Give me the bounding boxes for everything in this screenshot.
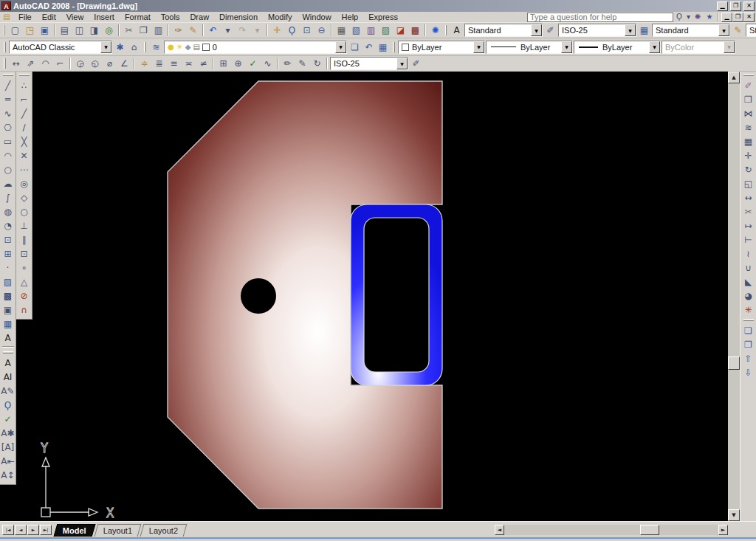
dimension-space-icon[interactable]: ≍ (182, 58, 196, 70)
plate-gradient-hatch[interactable] (168, 81, 442, 509)
restore-icon[interactable]: ❐ (730, 1, 741, 11)
close-icon[interactable]: ✕ (743, 1, 755, 11)
tab-layout1[interactable]: Layout1 (94, 524, 141, 537)
table-style-dropdown[interactable]: Standard ▼ (652, 24, 730, 37)
menu-view[interactable]: View (61, 13, 89, 21)
single-line-text-icon[interactable]: AI (1, 370, 15, 384)
ellipse-arc-icon[interactable]: ◔ (1, 218, 15, 232)
snap-to-intersection-icon[interactable]: ╳ (17, 134, 31, 148)
chevron-down-icon[interactable]: ▼ (531, 24, 542, 36)
doc-restore-icon[interactable]: ❐ (732, 13, 743, 22)
tab-model[interactable]: Model (54, 524, 96, 537)
3d-dwf-icon[interactable]: ◎ (102, 24, 116, 37)
toolbar-grip[interactable] (393, 42, 395, 52)
zoom-realtime-icon[interactable]: Ϙ (285, 24, 299, 37)
chevron-down-icon[interactable]: ▼ (335, 41, 346, 53)
menu-draw[interactable]: Draw (185, 13, 214, 21)
vertical-scrollbar[interactable]: ▲ ▼ (728, 72, 740, 521)
copy-icon[interactable]: ❐ (741, 92, 755, 106)
layer-dropdown[interactable]: ●☀◆▤ 0 ▼ (164, 41, 347, 54)
text-style-toolbar-icon[interactable]: A✱ (1, 426, 15, 440)
polygon-icon[interactable]: ⎔ (1, 120, 15, 134)
pan-realtime-icon[interactable]: ✛ (270, 24, 284, 37)
undo-icon[interactable]: ↶ (206, 24, 220, 37)
chevron-down-icon[interactable]: ▼ (718, 24, 729, 36)
multileader-style-icon[interactable]: ✎ (731, 24, 745, 37)
toolbar-grip[interactable] (4, 42, 6, 52)
spell-check-icon[interactable]: ✓ (1, 412, 15, 426)
arc-length-dimension-icon[interactable]: ◠ (38, 58, 52, 70)
scroll-up-icon[interactable]: ▲ (728, 72, 740, 83)
communication-center-icon[interactable]: ✺ (692, 13, 704, 22)
layer-properties-manager-icon[interactable]: ≋ (149, 41, 163, 53)
toolbar-grip[interactable] (4, 25, 5, 35)
table-icon[interactable]: ▦ (1, 317, 15, 331)
quick-dimension-icon[interactable]: ≑ (137, 58, 151, 70)
snap-to-apparent-intersection-icon[interactable]: ✕ (17, 148, 31, 162)
undo-list-icon[interactable]: ▾ (221, 24, 235, 37)
menu-tools[interactable]: Tools (156, 13, 185, 21)
open-icon[interactable]: ◳ (23, 24, 37, 37)
zoom-previous-icon[interactable]: ⊖ (315, 24, 329, 37)
scroll-left-icon[interactable]: ◄ (495, 525, 504, 535)
rotate-icon[interactable]: ↻ (741, 162, 755, 176)
chevron-down-icon[interactable]: ▼ (561, 41, 572, 53)
match-properties-icon[interactable]: ✑ (171, 24, 185, 37)
dim-style-dropdown[interactable]: ISO-25 ▼ (558, 24, 636, 37)
layer-states-manager-icon[interactable]: ▦ (376, 41, 390, 53)
array-icon[interactable]: ▦ (741, 134, 755, 148)
blue-tube[interactable] (351, 204, 442, 385)
layer-thaw-sun-icon[interactable]: ☀ (176, 43, 183, 51)
snap-to-nearest-icon[interactable]: △ (17, 275, 31, 289)
snap-to-insert-icon[interactable]: ⊡ (17, 247, 31, 261)
inspect-icon[interactable]: ✓ (246, 58, 260, 70)
break-at-point-icon[interactable]: ⊢ (741, 232, 755, 247)
favorites-star-icon[interactable]: ★ (704, 13, 715, 22)
find-text-icon[interactable]: Ϙ (1, 398, 15, 412)
toolbar-grip[interactable] (144, 42, 146, 52)
help-question-input[interactable] (527, 13, 673, 22)
jogged-linear-icon[interactable]: ∿ (261, 58, 275, 70)
dimension-style-dropdown[interactable]: ISO-25 ▼ (330, 57, 408, 70)
fillet-icon[interactable]: ◕ (741, 289, 755, 303)
workspaces-dropdown[interactable]: AutoCAD Classic ▼ (9, 41, 112, 54)
snap-to-endpoint-icon[interactable]: ╱ (17, 106, 31, 120)
chevron-down-icon[interactable]: ▼ (473, 41, 484, 53)
qnew-icon[interactable]: ▢ (8, 24, 22, 37)
bring-to-front-icon[interactable]: ❏ (741, 323, 755, 337)
revision-cloud-icon[interactable]: ☁ (1, 176, 15, 190)
linear-dimension-icon[interactable]: ↔ (9, 58, 23, 70)
osnap-settings-icon[interactable]: ∩ (17, 303, 31, 317)
menu-file[interactable]: File (13, 13, 37, 21)
redo-list-icon[interactable]: ▾ (250, 24, 264, 37)
scale-text-icon[interactable]: [A] (1, 440, 15, 454)
designcenter-icon[interactable]: ▧ (349, 24, 363, 37)
center-mark-icon[interactable]: ⊕ (231, 58, 245, 70)
menu-format[interactable]: Format (120, 13, 156, 21)
angular-dimension-icon[interactable]: ∠ (117, 58, 131, 70)
toolbar-grip[interactable] (19, 74, 30, 76)
menu-insert[interactable]: Insert (89, 13, 120, 21)
menu-edit[interactable]: Edit (37, 13, 61, 21)
quickcalc-icon[interactable]: ▩ (408, 24, 422, 37)
mtext-icon[interactable]: A (1, 356, 15, 370)
snap-to-midpoint-icon[interactable]: ∕ (17, 120, 31, 134)
make-block-icon[interactable]: ⊞ (1, 247, 15, 261)
redo-icon[interactable]: ↷ (236, 24, 250, 37)
rectangle-icon[interactable]: ▭ (1, 134, 15, 148)
properties-icon[interactable]: ▦ (334, 24, 348, 37)
hatch-icon[interactable]: ▨ (1, 275, 15, 289)
edit-text-icon[interactable]: A✎ (1, 384, 15, 398)
toolbar-grip[interactable] (3, 351, 13, 354)
zoom-window-icon[interactable]: ⊡ (300, 24, 314, 37)
paste-icon[interactable]: ▥ (151, 24, 165, 37)
send-to-back-icon[interactable]: ❐ (741, 337, 755, 351)
horizontal-scrollbar[interactable]: ◄ ► (495, 525, 728, 535)
layer-plot-icon[interactable]: ▤ (193, 43, 199, 51)
scale-icon[interactable]: ◱ (741, 176, 755, 190)
convert-distance-icon[interactable]: A↕ (1, 468, 15, 482)
tool-palettes-icon[interactable]: ▥ (364, 24, 378, 37)
layer-previous-icon[interactable]: ↶ (362, 41, 376, 53)
move-icon[interactable]: ✛ (741, 148, 755, 162)
text-style-dropdown[interactable]: Standard ▼ (464, 24, 543, 37)
